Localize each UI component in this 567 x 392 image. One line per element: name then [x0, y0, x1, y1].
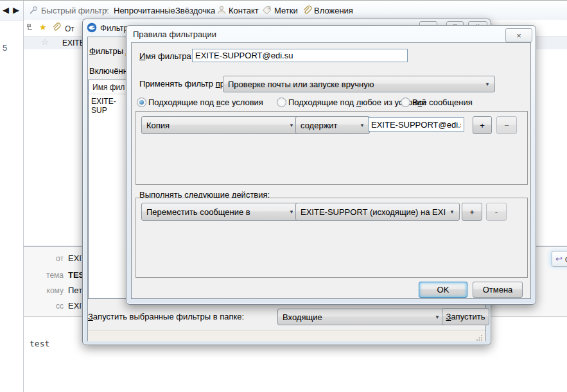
chevron-down-icon: ▼ — [435, 314, 440, 320]
row-sender: EXITE — [62, 38, 85, 47]
subject-label: тема — [24, 271, 64, 280]
condition-operator-value: содержит — [301, 121, 338, 130]
chevron-down-icon: ▼ — [360, 123, 365, 128]
chevron-down-icon: ▼ — [289, 209, 294, 215]
run-now-rest: апустить — [451, 312, 485, 321]
close-dialog-button[interactable]: × — [505, 28, 532, 42]
resize-grip-icon[interactable] — [476, 333, 483, 343]
tag-icon — [262, 6, 272, 17]
match-all-mnemonic: в — [216, 98, 221, 107]
dot-separator-icon: • — [105, 6, 108, 15]
run-filters-label-rest: апустить выбранные фильтры в папке: — [93, 312, 244, 321]
remove-action-button[interactable]: - — [486, 203, 507, 221]
run-folder-select[interactable]: Входящие ▼ — [277, 309, 445, 325]
folder-pane-divider[interactable] — [23, 1, 24, 392]
reply-arrow-icon: ↩ — [555, 254, 563, 264]
from-column-header[interactable]: От — [65, 24, 74, 33]
remove-condition-button[interactable]: − — [496, 116, 517, 134]
apply-filter-label: Применять фильтр при: — [139, 79, 232, 89]
apply-label-mnemonic: п — [216, 79, 220, 89]
star-column-icon[interactable]: ★ — [39, 22, 47, 32]
nav-back-button[interactable]: ◀ — [3, 5, 9, 15]
ok-button[interactable]: OK — [419, 282, 467, 298]
filter-rules-dialog: Правила фильтрации × Имя фильтра: Примен… — [126, 25, 536, 305]
match-all-radio[interactable] — [137, 98, 146, 107]
reply-button[interactable]: ↩ ответить — [552, 251, 567, 267]
paperclip-icon — [302, 5, 312, 17]
run-filters-label: Запустить выбранные фильтры в папке: — [88, 312, 244, 321]
match-everything-radio[interactable] — [401, 98, 410, 107]
star-icon: ☆ — [166, 5, 173, 15]
cancel-button[interactable]: Отмена — [473, 282, 523, 298]
filter-name-label: Имя фильтра: — [139, 51, 193, 61]
chevron-down-icon: ▼ — [485, 81, 490, 87]
match-all-pre: Подходящие под — [148, 98, 216, 107]
actions-group: Переместить сообщение в ▼ EXITE-SUPPORT … — [135, 198, 528, 278]
filter-list-header[interactable]: Имя фил — [89, 80, 130, 94]
filter-list-row[interactable]: EXITE-SUP — [89, 94, 130, 117]
apply-label-pre: Применять фильтр — [139, 79, 216, 89]
folder-unread-count: 5 — [3, 43, 7, 53]
filter-tags-toggle[interactable]: Метки — [274, 6, 298, 15]
cc-label: сс — [24, 302, 64, 311]
match-any-pre: Подходящие под — [288, 98, 356, 107]
match-everything-label: Все сообщения — [412, 98, 473, 107]
apply-when-value: Проверке почты или запуске вручную — [228, 80, 374, 89]
add-condition-button[interactable]: + — [473, 116, 492, 134]
conditions-group: Копия ▼ содержит ▼ + − — [135, 111, 528, 185]
filter-name-mnemonic: И — [139, 51, 145, 61]
filters-window-title: Фильтр — [100, 23, 128, 33]
action-target-folder-select[interactable]: EXITE-SUPPORT (исходящие) на EXIT... ▼ — [295, 203, 460, 221]
filter-attachments-toggle[interactable]: Вложения — [314, 6, 353, 15]
run-folder-value: Входящие — [283, 312, 322, 322]
condition-field-value: Копия — [146, 121, 170, 130]
chevron-down-icon: ▼ — [449, 209, 455, 215]
thunderbird-main-window: ◀ ▶ Быстрый фильтр: • Непрочитанные ☆ Зв… — [0, 0, 567, 392]
run-now-button[interactable]: Запустить — [442, 308, 489, 325]
match-all-post: се условия — [221, 98, 263, 107]
attachment-column-icon[interactable] — [51, 22, 61, 34]
header-row-subject: темаTEST — [24, 270, 89, 280]
filter-name-rest: мя фильтра: — [145, 51, 193, 61]
apply-when-select[interactable]: Проверке почты или запуске вручную ▼ — [223, 76, 495, 92]
match-any-radio[interactable] — [277, 98, 286, 107]
action-target-value: EXITE-SUPPORT (исходящие) на EXIT... — [301, 207, 446, 217]
filter-name-input[interactable] — [192, 49, 408, 62]
from-label: от — [24, 254, 64, 263]
filter-starred-toggle[interactable]: Звёздочка — [175, 6, 215, 15]
add-action-button[interactable]: + — [462, 203, 482, 221]
run-filters-label-mnemonic: З — [88, 312, 93, 321]
match-all-label: Подходящие под все условия — [148, 98, 263, 107]
quick-filter-label: Быстрый фильтр: — [41, 6, 109, 15]
filter-rules-dialog-body: Имя фильтра: Применять фильтр при: Прове… — [131, 42, 531, 299]
action-verb-value: Переместить сообщение в — [146, 207, 250, 217]
pin-icon[interactable] — [28, 5, 39, 17]
condition-field-select[interactable]: Копия ▼ — [141, 116, 299, 134]
filter-rules-dialog-title: Правила фильтрации — [133, 30, 216, 39]
filters-for-label-mnemonic: Ф — [89, 46, 96, 56]
thunderbird-icon — [87, 22, 97, 35]
thread-column-icon[interactable] — [26, 24, 35, 34]
match-every-post: е сообщения — [422, 98, 473, 107]
to-label: кому — [24, 286, 64, 295]
condition-value-input[interactable] — [368, 117, 464, 132]
filters-for-label: Фильтры д — [89, 46, 130, 56]
enabled-filters-label: Включённ — [89, 66, 128, 76]
condition-operator-select[interactable]: содержит ▼ — [295, 116, 370, 134]
nav-forward-button[interactable]: ▶ — [13, 5, 19, 15]
filter-contact-toggle[interactable]: Контакт — [229, 6, 259, 15]
action-verb-select[interactable]: Переместить сообщение в ▼ — [141, 203, 299, 221]
filters-status-bar — [88, 330, 485, 341]
contact-icon — [217, 5, 226, 17]
match-every-pre: В — [412, 98, 418, 107]
filter-list[interactable]: Имя фил EXITE-SUP — [88, 80, 130, 299]
row-star-icon[interactable]: ☆ — [41, 37, 49, 47]
chevron-down-icon: ▼ — [289, 123, 294, 128]
